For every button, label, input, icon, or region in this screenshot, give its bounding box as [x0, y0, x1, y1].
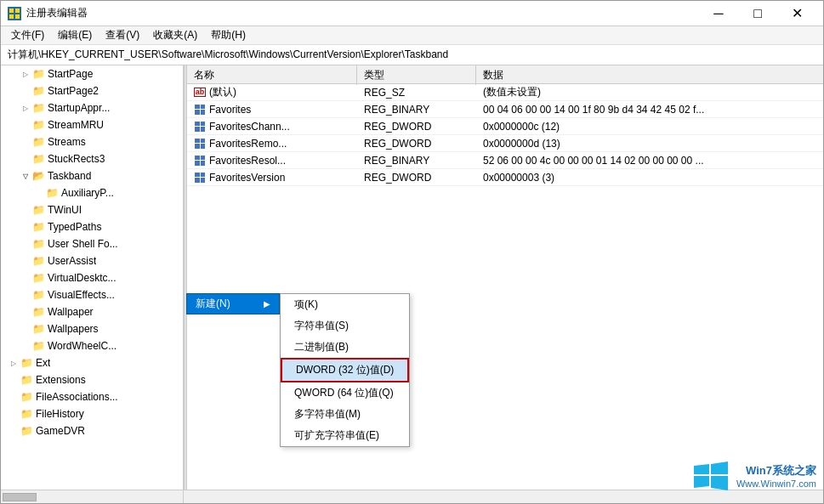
tree-item-typedpaths[interactable]: ▷ 📁 TypedPaths	[1, 218, 183, 235]
new-submenu: 项(K) 字符串值(S) 二进制值(B) DWORD (32 位)值(D) QW…	[280, 293, 410, 447]
tree-label-ext: Ext	[36, 357, 50, 369]
main-content: ▷ 📁 StartPage ▷ 📁 StartPage2 ▷ 📁 Startup…	[1, 65, 823, 503]
tree-item-auxiliaryp[interactable]: ▷ 📁 AuxiliaryP...	[1, 184, 183, 201]
menu-item-dword32[interactable]: DWORD (32 位)值(D)	[281, 358, 409, 382]
tree-item-fileassoc[interactable]: ▷ 📁 FileAssociations...	[1, 388, 183, 405]
app-icon	[8, 7, 21, 20]
cell-data-5: 0x00000003 (3)	[476, 169, 823, 185]
icon-dword-5	[194, 172, 206, 184]
tree-label-startpage2: StartPage2	[48, 85, 99, 97]
folder-icon: 📁	[31, 254, 45, 268]
folder-icon: 📁	[31, 84, 45, 98]
cell-name-1: Favorites	[187, 101, 357, 117]
col-header-type[interactable]: 类型	[357, 65, 476, 85]
tree-label-extensions: Extensions	[36, 374, 86, 386]
tree-label-taskband: Taskband	[48, 170, 91, 182]
cell-name-text-3: FavoritesRemo...	[209, 138, 287, 150]
cell-data-4: 52 06 00 00 4c 00 00 00 01 14 02 00 00 0…	[476, 152, 823, 168]
tree-item-extensions[interactable]: ▷ 📁 Extensions	[1, 371, 183, 388]
tree-item-visualeffects[interactable]: ▷ 📁 VisualEffects...	[1, 286, 183, 303]
icon-default: ab	[194, 87, 206, 99]
tree-label-typedpaths: TypedPaths	[48, 221, 101, 233]
tree-item-filehistory[interactable]: ▷ 📁 FileHistory	[1, 405, 183, 422]
cell-name-text-5: FavoritesVersion	[209, 172, 285, 184]
tree-item-taskband[interactable]: ▽ 📂 Taskband	[1, 167, 183, 184]
tree-label-wallpapers: Wallpapers	[48, 323, 99, 335]
menu-item-binary[interactable]: 二进制值(B)	[281, 337, 409, 358]
menu-edit[interactable]: 编辑(E)	[51, 26, 99, 44]
tree-item-startpage[interactable]: ▷ 📁 StartPage	[1, 65, 183, 82]
cell-data-0: (数值未设置)	[476, 84, 823, 100]
tree-item-wallpapers[interactable]: ▷ 📁 Wallpapers	[1, 320, 183, 337]
cell-name-2: FavoritesChann...	[187, 118, 357, 134]
tree-item-wallpaper[interactable]: ▷ 📁 Wallpaper	[1, 303, 183, 320]
tree-item-usershellfo[interactable]: ▷ 📁 User Shell Fo...	[1, 235, 183, 252]
menu-favorites[interactable]: 收藏夹(A)	[146, 26, 204, 44]
folder-icon: 📁	[31, 135, 45, 149]
tree-label-gamedvr: GameDVR	[36, 425, 85, 437]
cell-name-text-2: FavoritesChann...	[209, 121, 290, 133]
menu-item-xiang[interactable]: 项(K)	[281, 294, 409, 315]
table-row[interactable]: Favorites REG_BINARY 00 04 06 00 00 14 0…	[187, 101, 823, 118]
tree-item-streams[interactable]: ▷ 📁 Streams	[1, 133, 183, 150]
watermark-brand: Win7系统之家	[746, 463, 816, 479]
table-row[interactable]: FavoritesRemo... REG_DWORD 0x0000000d (1…	[187, 135, 823, 152]
tree-label-filehistory: FileHistory	[36, 408, 84, 420]
tree-item-twinui[interactable]: ▷ 📁 TWinUI	[1, 201, 183, 218]
tree-item-streammru[interactable]: ▷ 📁 StreamMRU	[1, 116, 183, 133]
watermark: Win7系统之家 Www.Winwin7.com	[690, 456, 816, 496]
folder-icon: 📁	[31, 288, 45, 302]
table-row[interactable]: ab (默认) REG_SZ (数值未设置)	[187, 84, 823, 101]
tree-label-visualeffects: VisualEffects...	[48, 289, 115, 301]
cell-type-1: REG_BINARY	[357, 101, 476, 117]
folder-icon: 📁	[20, 407, 33, 421]
hscroll-thumb[interactable]	[3, 493, 37, 501]
tree-label-fileassoc: FileAssociations...	[36, 391, 118, 403]
submenu-arrow-icon: ▶	[264, 299, 270, 309]
col-header-name[interactable]: 名称	[187, 65, 357, 85]
folder-icon-open: 📂	[31, 169, 45, 183]
address-text: 计算机\HKEY_CURRENT_USER\Software\Microsoft…	[8, 48, 448, 62]
tree-item-virtualdesktc[interactable]: ▷ 📁 VirtualDesktc...	[1, 269, 183, 286]
window-controls: ─ □ ✕	[699, 1, 816, 26]
menu-item-expandstring[interactable]: 可扩充字符串值(E)	[281, 425, 409, 446]
menu-item-string[interactable]: 字符串值(S)	[281, 315, 409, 337]
cell-type-2: REG_DWORD	[357, 118, 476, 134]
cell-name-0: ab (默认)	[187, 84, 357, 100]
tree-item-stuckrects3[interactable]: ▷ 📁 StuckRects3	[1, 150, 183, 167]
menu-help[interactable]: 帮助(H)	[204, 26, 253, 44]
menu-item-multistring[interactable]: 多字符串值(M)	[281, 404, 409, 425]
tree-label-auxiliaryp: AuxiliaryP...	[61, 187, 114, 199]
table-header: 名称 类型 数据	[187, 65, 823, 84]
tree-item-userassist[interactable]: ▷ 📁 UserAssist	[1, 252, 183, 269]
table-row[interactable]: FavoritesVersion REG_DWORD 0x00000003 (3…	[187, 169, 823, 186]
expand-icon: ▷	[20, 102, 31, 114]
tree-item-startpage2[interactable]: ▷ 📁 StartPage2	[1, 82, 183, 99]
new-button-label: 新建(N)	[196, 297, 230, 311]
minimize-button[interactable]: ─	[699, 1, 738, 26]
icon-dword-2	[194, 121, 206, 133]
folder-icon: 📁	[31, 322, 45, 336]
tree-item-startupappr[interactable]: ▷ 📁 StartupAppr...	[1, 99, 183, 116]
expand-icon: ▷	[20, 68, 31, 80]
icon-binary-1	[194, 104, 206, 116]
tree-label-stuckrects3: StuckRects3	[48, 153, 105, 165]
maximize-button[interactable]: □	[738, 1, 777, 26]
new-button[interactable]: 新建(N) ▶	[186, 293, 280, 314]
menu-item-qword64[interactable]: QWORD (64 位)值(Q)	[281, 382, 409, 404]
tree-item-wordwheel[interactable]: ▷ 📁 WordWheelC...	[1, 337, 183, 354]
close-button[interactable]: ✕	[777, 1, 816, 26]
tree-item-ext[interactable]: ▷ 📁 Ext	[1, 354, 183, 371]
col-header-data[interactable]: 数据	[476, 65, 823, 85]
watermark-site: Www.Winwin7.com	[736, 479, 816, 489]
folder-icon: 📁	[31, 220, 45, 234]
tree-label-streams: Streams	[48, 136, 86, 148]
table-row[interactable]: FavoritesResol... REG_BINARY 52 06 00 00…	[187, 152, 823, 169]
menu-view[interactable]: 查看(V)	[99, 26, 146, 44]
tree-item-gamedvr[interactable]: ▷ 📁 GameDVR	[1, 422, 183, 439]
tree-label-wallpaper: Wallpaper	[48, 306, 94, 318]
table-row[interactable]: FavoritesChann... REG_DWORD 0x0000000c (…	[187, 118, 823, 135]
menu-file[interactable]: 文件(F)	[4, 26, 51, 44]
tree-panel[interactable]: ▷ 📁 StartPage ▷ 📁 StartPage2 ▷ 📁 Startup…	[1, 65, 184, 490]
cell-type-3: REG_DWORD	[357, 135, 476, 151]
